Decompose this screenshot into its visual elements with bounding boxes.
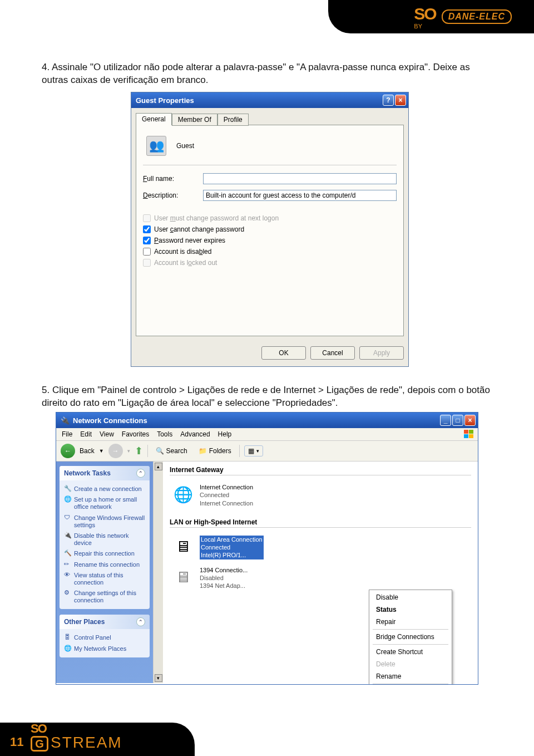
maximize-button[interactable]: □ bbox=[452, 415, 463, 426]
back-dropdown-icon[interactable]: ▼ bbox=[99, 448, 104, 454]
footer-stream-text: STREAM bbox=[51, 734, 122, 752]
menu-tools[interactable]: Tools bbox=[157, 430, 172, 438]
other-places-title: Other Places bbox=[64, 618, 105, 626]
dialog-titlebar[interactable]: Guest Properties ? × bbox=[131, 92, 408, 108]
up-button-icon[interactable]: ⬆ bbox=[135, 445, 143, 457]
network-tasks-panel: Network Tasks ⌃ 🔧Create a new connection… bbox=[60, 466, 150, 609]
connection-local-area[interactable]: 🖥 Local Area Connection Connected Intel(… bbox=[170, 532, 298, 563]
checkbox-disabled-input[interactable] bbox=[143, 248, 151, 256]
link-control-panel[interactable]: 🎛Control Panel bbox=[64, 632, 145, 643]
header-dane-elec-logo: DANE-ELEC bbox=[442, 9, 512, 24]
nc-titlebar[interactable]: 🔌 Network Connections _ □ × bbox=[56, 413, 478, 428]
forward-dropdown-icon: ▾ bbox=[127, 448, 130, 454]
back-button-icon[interactable]: ← bbox=[61, 444, 75, 458]
footer-so-text: SO bbox=[31, 724, 48, 734]
collapse-icon[interactable]: ⌃ bbox=[136, 617, 145, 626]
conn-status: Connected bbox=[200, 491, 253, 499]
checkbox-cannot-change-password[interactable]: User cannot change password bbox=[143, 225, 397, 233]
checkbox-account-disabled[interactable]: Account is disabled bbox=[143, 248, 397, 256]
svg-rect-3 bbox=[469, 434, 473, 438]
other-places-panel: Other Places ⌃ 🎛Control Panel 🌐My Networ… bbox=[60, 615, 150, 657]
network-tasks-title: Network Tasks bbox=[64, 469, 111, 477]
menu-view[interactable]: View bbox=[100, 430, 114, 438]
full-name-field[interactable] bbox=[203, 173, 397, 184]
ctx-status[interactable]: Status bbox=[370, 603, 451, 616]
folders-label: Folders bbox=[209, 447, 231, 455]
footer-g-badge: G bbox=[31, 736, 48, 752]
views-button[interactable]: ▦ ▾ bbox=[244, 445, 263, 456]
task-change-firewall[interactable]: 🛡Change Windows Firewall settings bbox=[64, 513, 145, 531]
task-setup-home-network[interactable]: 🌐Set up a home or small office network bbox=[64, 494, 145, 512]
tab-member-of[interactable]: Member Of bbox=[172, 114, 217, 126]
folders-icon: 📁 bbox=[199, 447, 207, 455]
task-repair-connection[interactable]: 🔨Repair this connection bbox=[64, 548, 145, 559]
description-field[interactable] bbox=[203, 190, 397, 201]
views-icon: ▦ bbox=[248, 447, 254, 455]
repair-icon: 🔨 bbox=[64, 549, 72, 557]
ctx-separator bbox=[373, 684, 448, 684]
close-button[interactable]: × bbox=[395, 95, 406, 106]
menu-help[interactable]: Help bbox=[218, 430, 232, 438]
minimize-button[interactable]: _ bbox=[440, 415, 451, 426]
tab-general[interactable]: General bbox=[136, 113, 172, 125]
folders-button[interactable]: 📁 Folders bbox=[195, 446, 235, 456]
connection-internet-gateway[interactable]: 🌐 Internet Connection Connected Internet… bbox=[170, 480, 298, 510]
header-by-text: BY bbox=[414, 23, 436, 30]
forward-button: → bbox=[108, 444, 123, 458]
link-network-places[interactable]: 🌐My Network Places bbox=[64, 644, 145, 654]
network-icon: 🌐 bbox=[64, 495, 72, 503]
help-button[interactable]: ? bbox=[383, 95, 394, 106]
task-view-status[interactable]: 👁View status of this connection bbox=[64, 570, 145, 588]
footer-logo: SO G STREAM bbox=[31, 724, 122, 752]
settings-icon: ⚙ bbox=[64, 589, 72, 597]
ctx-rename[interactable]: Rename bbox=[370, 670, 451, 683]
dialog-title: Guest Properties bbox=[136, 96, 194, 105]
globe-icon: 🌐 bbox=[172, 483, 194, 505]
tab-profile[interactable]: Profile bbox=[217, 114, 249, 126]
guest-account-name: Guest bbox=[176, 142, 194, 150]
menu-file[interactable]: File bbox=[62, 430, 72, 438]
disable-icon: 🔌 bbox=[64, 532, 72, 539]
checkbox-cannot-change-input[interactable] bbox=[143, 225, 151, 233]
menu-favorites[interactable]: Favorites bbox=[122, 430, 149, 438]
search-icon: 🔍 bbox=[156, 447, 164, 455]
task-disable-device[interactable]: 🔌Disable this network device bbox=[64, 531, 145, 548]
dialog-footer: OK Cancel Apply bbox=[131, 341, 408, 366]
sidebar-scrollbar[interactable]: ▴ ▾ bbox=[153, 462, 163, 683]
svg-rect-1 bbox=[469, 430, 473, 434]
menu-advanced[interactable]: Advanced bbox=[180, 430, 210, 438]
other-places-header[interactable]: Other Places ⌃ bbox=[60, 615, 150, 629]
firewire-icon: 🖥 bbox=[172, 566, 194, 588]
menu-edit[interactable]: Edit bbox=[80, 430, 92, 438]
ok-button[interactable]: OK bbox=[261, 346, 306, 360]
back-button-label[interactable]: Back bbox=[80, 447, 95, 455]
scroll-down-icon[interactable]: ▾ bbox=[155, 674, 162, 682]
close-button[interactable]: × bbox=[464, 415, 476, 426]
toolbar-separator bbox=[147, 445, 148, 457]
task-change-settings[interactable]: ⚙Change settings of this connection bbox=[64, 588, 145, 606]
task-rename-connection[interactable]: ✏Rename this connection bbox=[64, 559, 145, 570]
conn-name: Local Area Connection bbox=[200, 536, 264, 543]
connection-1394[interactable]: 🖥 1394 Connectio... Disabled 1394 Net Ad… bbox=[170, 563, 298, 593]
checkbox-password-never-expires[interactable]: Password never expires bbox=[143, 237, 397, 244]
checkbox-never-expires-input[interactable] bbox=[143, 237, 151, 244]
tab-content-general: 👥 Guest Full name: Description: User mus… bbox=[136, 125, 404, 336]
ctx-disable[interactable]: Disable bbox=[370, 591, 451, 603]
ctx-repair[interactable]: Repair bbox=[370, 616, 451, 628]
ctx-bridge[interactable]: Bridge Connections bbox=[370, 631, 451, 643]
rename-icon: ✏ bbox=[64, 561, 72, 568]
cancel-button[interactable]: Cancel bbox=[310, 346, 355, 360]
network-tasks-header[interactable]: Network Tasks ⌃ bbox=[60, 466, 150, 480]
search-button[interactable]: 🔍 Search bbox=[152, 446, 191, 456]
network-connections-window: 🔌 Network Connections _ □ × File Edit Vi… bbox=[56, 412, 478, 685]
conn-device: 1394 Net Adap... bbox=[200, 582, 248, 590]
windows-logo-icon bbox=[463, 429, 474, 439]
menu-bar: File Edit View Favorites Tools Advanced … bbox=[56, 428, 478, 441]
scroll-up-icon[interactable]: ▴ bbox=[155, 463, 162, 470]
header-so-logo: SO bbox=[414, 8, 436, 19]
sidebar: Network Tasks ⌃ 🔧Create a new connection… bbox=[56, 462, 153, 683]
checkbox-must-change-input bbox=[143, 214, 151, 222]
collapse-icon[interactable]: ⌃ bbox=[136, 469, 145, 478]
task-create-connection[interactable]: 🔧Create a new connection bbox=[64, 484, 145, 494]
ctx-create-shortcut[interactable]: Create Shortcut bbox=[370, 646, 451, 658]
